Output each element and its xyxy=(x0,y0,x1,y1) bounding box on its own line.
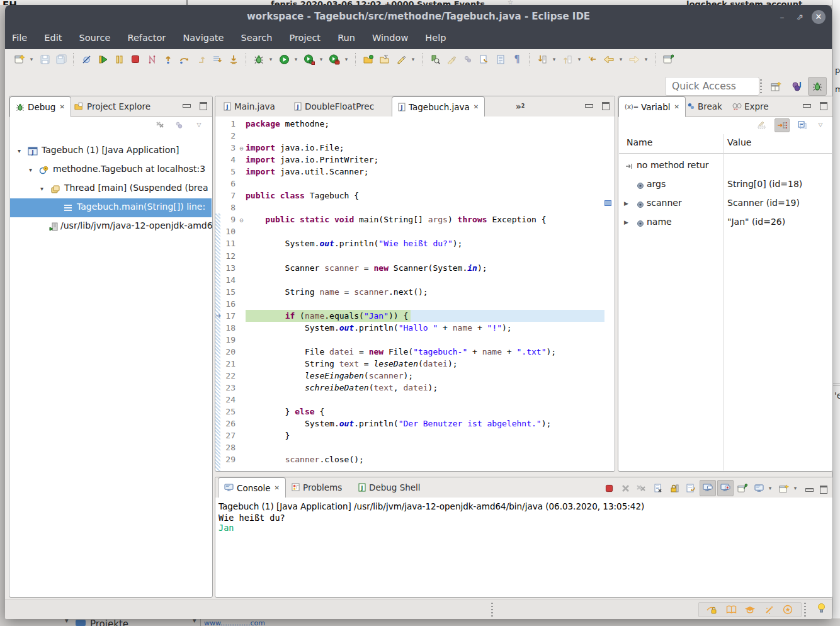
remove-launch-button[interactable] xyxy=(618,481,633,496)
remove-all-terminated-button[interactable] xyxy=(153,118,167,131)
menu-run[interactable]: Run xyxy=(331,29,362,47)
drop-to-frame-button[interactable] xyxy=(210,52,225,67)
group-by-button[interactable] xyxy=(172,118,186,131)
code-line-1[interactable]: 1package methodne; xyxy=(215,118,615,130)
tab-doublefloatprec[interactable]: J DoubleFloatPrec xyxy=(288,96,380,116)
code-line-13[interactable]: 13 Scanner scanner = new Scanner(System.… xyxy=(215,262,615,274)
line-number[interactable]: 23 xyxy=(215,382,237,394)
line-number[interactable]: 15 xyxy=(215,286,237,298)
open-console-button[interactable] xyxy=(776,481,792,496)
next-annotation-button[interactable] xyxy=(535,52,550,67)
import-button[interactable] xyxy=(377,52,392,67)
line-number[interactable]: 18 xyxy=(215,322,237,334)
code-line-21[interactable]: 21 String text = leseDaten(datei); xyxy=(215,358,615,370)
maximize-view-icon[interactable] xyxy=(820,102,827,110)
terminate-button[interactable] xyxy=(128,52,143,67)
java-perspective-button[interactable]: J xyxy=(788,77,805,95)
menu-source[interactable]: Source xyxy=(72,29,118,47)
view-menu-button[interactable]: ▽ xyxy=(192,118,206,131)
line-number[interactable]: 26 xyxy=(215,418,237,430)
tab-overflow-chevron[interactable]: »2 xyxy=(510,96,530,116)
statusbar-separator[interactable] xyxy=(491,603,493,617)
line-number[interactable]: 29 xyxy=(215,453,237,465)
line-number[interactable]: 4 xyxy=(215,154,237,166)
pin-console-button[interactable] xyxy=(735,481,750,496)
statusbar-separator[interactable] xyxy=(804,603,806,617)
whats-new-icon[interactable] xyxy=(759,603,778,616)
maximize-view-icon[interactable] xyxy=(602,102,610,110)
menu-edit[interactable]: Edit xyxy=(37,29,69,47)
close-icon[interactable]: ✕ xyxy=(474,103,479,110)
debug-button[interactable] xyxy=(251,52,266,67)
next-edit-icon[interactable] xyxy=(477,52,492,67)
expander-icon[interactable]: ▾ xyxy=(40,185,43,192)
step-return-button[interactable] xyxy=(193,52,208,67)
code-line-5[interactable]: 5import java.util.Scanner; xyxy=(215,166,615,178)
menu-help[interactable]: Help xyxy=(418,29,453,47)
save-all-button[interactable] xyxy=(54,52,69,67)
tree-item-launch[interactable]: ▾ J Tagebuch (1) [Java Application] xyxy=(10,142,212,161)
open-perspective-button[interactable] xyxy=(768,77,785,95)
tab-main-java[interactable]: J Main.java xyxy=(218,96,281,116)
code-line-25[interactable]: 25 } else { xyxy=(215,406,615,418)
minimize-view-icon[interactable] xyxy=(585,104,593,108)
line-number[interactable]: 8 xyxy=(215,202,237,213)
scroll-lock-button[interactable] xyxy=(667,481,682,496)
menu-refactor[interactable]: Refactor xyxy=(120,29,173,47)
code-line-10[interactable]: 10 xyxy=(215,225,615,237)
dropdown-caret[interactable]: ▾ xyxy=(267,56,275,62)
overview-icon[interactable] xyxy=(778,603,797,616)
code-line-19[interactable]: 19 xyxy=(215,334,615,346)
tree-item-process[interactable]: /usr/lib/jvm/java-12-openjdk-amd6 xyxy=(10,217,212,236)
expander-icon[interactable]: ▾ xyxy=(18,147,21,154)
forward-button[interactable] xyxy=(627,52,642,67)
minimize-view-icon[interactable] xyxy=(183,104,191,108)
code-line-24[interactable]: 24 xyxy=(215,394,615,406)
show-console-stdout-button[interactable] xyxy=(700,480,716,496)
code-line-26[interactable]: 26 System.out.println("Der Benutzer ist … xyxy=(215,418,615,430)
code-line-11[interactable]: 11 System.out.println("Wie heißt du?"); xyxy=(215,237,615,249)
pin-editor-button[interactable] xyxy=(661,52,676,67)
tab-console[interactable]: Console ✕ xyxy=(218,477,286,498)
back-button[interactable] xyxy=(601,52,616,67)
minimize-view-icon[interactable] xyxy=(803,104,811,108)
word-wrap-button[interactable] xyxy=(683,481,698,496)
editor-body[interactable]: ➜ 1package methodne;23⊖import java.io.Fi… xyxy=(215,117,615,471)
line-number[interactable]: 21 xyxy=(215,358,237,370)
code-line-23[interactable]: 23 schreibeDaten(text, datei); xyxy=(215,382,615,394)
fold-collapse-icon[interactable]: ⊖ xyxy=(237,142,246,154)
open-task-button[interactable] xyxy=(361,52,376,67)
menu-file[interactable]: File xyxy=(5,29,34,47)
line-number[interactable]: 11 xyxy=(215,237,237,249)
line-number[interactable]: 22 xyxy=(215,370,237,382)
quick-access-input[interactable] xyxy=(665,77,759,96)
tab-debug-shell[interactable]: J Debug Shell xyxy=(353,477,426,497)
code-line-18[interactable]: 18 System.out.println("Hallo " + name + … xyxy=(215,322,615,334)
code-line-8[interactable]: 8 xyxy=(215,202,615,213)
tutorials-icon[interactable] xyxy=(722,603,741,616)
code-line-20[interactable]: 20 File datei = new File("tagebuch-" + n… xyxy=(215,346,615,358)
display-selected-console-button[interactable] xyxy=(751,481,766,496)
menu-navigate[interactable]: Navigate xyxy=(176,29,230,47)
code-line-2[interactable]: 2 xyxy=(215,130,615,142)
code-line-7[interactable]: 7public class Tagebuch { xyxy=(215,190,615,202)
line-number[interactable]: 27 xyxy=(215,430,237,441)
menu-window[interactable]: Window xyxy=(365,29,415,47)
tab-project-explorer[interactable]: Project Explore xyxy=(69,96,156,116)
debug-perspective-button[interactable] xyxy=(808,77,827,96)
column-value[interactable]: Value xyxy=(727,137,751,147)
titlebar[interactable]: workspace - Tagebuch/src/methodne/Tagebu… xyxy=(5,5,832,29)
line-number[interactable]: 20 xyxy=(215,346,237,358)
code-line-17[interactable]: 17 if (name.equals("Jan")) { xyxy=(215,310,615,322)
open-declaration-icon[interactable] xyxy=(493,52,508,67)
maximize-view-icon[interactable] xyxy=(820,486,827,494)
coverage-button[interactable] xyxy=(302,52,317,67)
step-into-button[interactable] xyxy=(161,52,176,67)
suspend-button[interactable] xyxy=(111,52,127,67)
tab-tagebuch-java[interactable]: J Tagebuch.java ✕ xyxy=(392,96,485,117)
column-name[interactable]: Name xyxy=(627,137,652,147)
search-button[interactable] xyxy=(428,52,443,67)
line-number[interactable]: 24 xyxy=(215,394,237,406)
code-line-4[interactable]: 4import java.io.PrintWriter; xyxy=(215,154,615,166)
variable-row-scanner[interactable]: ▶ scanner Scanner (id=19) xyxy=(619,195,832,213)
